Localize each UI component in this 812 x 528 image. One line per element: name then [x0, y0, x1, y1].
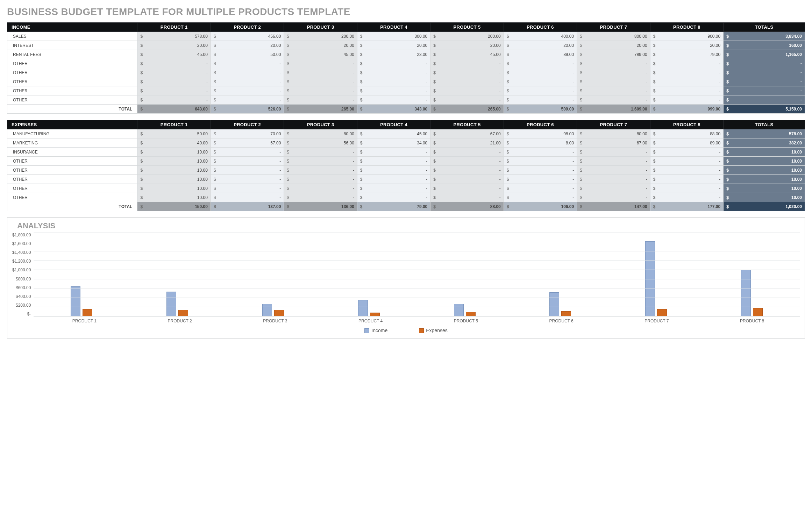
cell[interactable]: $- — [430, 193, 504, 202]
cell[interactable]: $- — [504, 148, 577, 157]
cell[interactable]: $- — [577, 193, 650, 202]
cell[interactable]: $45.00 — [430, 50, 504, 59]
cell[interactable]: $- — [504, 193, 577, 202]
cell[interactable]: $- — [284, 175, 357, 184]
cell[interactable]: $- — [357, 157, 430, 166]
cell[interactable]: $23.00 — [357, 50, 430, 59]
cell[interactable]: $578.00 — [137, 32, 211, 41]
cell[interactable]: $- — [650, 59, 723, 68]
cell[interactable]: $- — [430, 77, 504, 86]
cell[interactable]: $- — [357, 86, 430, 95]
cell[interactable]: $- — [430, 184, 504, 193]
cell[interactable]: $- — [504, 95, 577, 105]
cell[interactable]: $20.00 — [357, 41, 430, 50]
cell[interactable]: $- — [504, 68, 577, 77]
cell[interactable]: $- — [284, 148, 357, 157]
cell[interactable]: $89.00 — [650, 138, 723, 148]
cell[interactable]: $- — [577, 184, 650, 193]
cell[interactable]: $200.00 — [284, 32, 357, 41]
cell[interactable]: $10.00 — [137, 157, 211, 166]
cell[interactable]: $- — [137, 68, 211, 77]
cell[interactable]: $- — [284, 157, 357, 166]
cell[interactable]: $400.00 — [504, 32, 577, 41]
cell[interactable]: $56.00 — [284, 138, 357, 148]
cell[interactable]: $- — [284, 193, 357, 202]
cell[interactable]: $67.00 — [211, 138, 284, 148]
cell[interactable]: $- — [211, 157, 284, 166]
cell[interactable]: $- — [504, 166, 577, 175]
cell[interactable]: $20.00 — [211, 41, 284, 50]
cell[interactable]: $- — [211, 68, 284, 77]
cell[interactable]: $- — [430, 166, 504, 175]
cell[interactable]: $- — [650, 193, 723, 202]
cell[interactable]: $- — [650, 95, 723, 105]
cell[interactable]: $- — [504, 175, 577, 184]
cell[interactable]: $- — [357, 148, 430, 157]
cell[interactable]: $- — [284, 59, 357, 68]
cell[interactable]: $- — [650, 166, 723, 175]
cell[interactable]: $- — [284, 86, 357, 95]
cell[interactable]: $- — [650, 157, 723, 166]
cell[interactable]: $- — [357, 59, 430, 68]
cell[interactable]: $50.00 — [211, 50, 284, 59]
cell[interactable]: $- — [357, 184, 430, 193]
cell[interactable]: $- — [284, 68, 357, 77]
cell[interactable]: $- — [650, 184, 723, 193]
cell[interactable]: $- — [357, 77, 430, 86]
cell[interactable]: $80.00 — [577, 129, 650, 138]
cell[interactable]: $- — [504, 86, 577, 95]
cell[interactable]: $20.00 — [577, 41, 650, 50]
cell[interactable]: $- — [577, 148, 650, 157]
cell[interactable]: $800.00 — [577, 32, 650, 41]
cell[interactable]: $40.00 — [137, 138, 211, 148]
cell[interactable]: $456.00 — [211, 32, 284, 41]
cell[interactable]: $80.00 — [284, 129, 357, 138]
cell[interactable]: $- — [650, 68, 723, 77]
cell[interactable]: $50.00 — [137, 129, 211, 138]
cell[interactable]: $- — [284, 166, 357, 175]
cell[interactable]: $20.00 — [650, 41, 723, 50]
cell[interactable]: $- — [357, 95, 430, 105]
cell[interactable]: $- — [284, 184, 357, 193]
cell[interactable]: $20.00 — [137, 41, 211, 50]
cell[interactable]: $- — [430, 95, 504, 105]
cell[interactable]: $- — [211, 95, 284, 105]
cell[interactable]: $- — [430, 148, 504, 157]
cell[interactable]: $- — [357, 175, 430, 184]
cell[interactable]: $- — [211, 175, 284, 184]
cell[interactable]: $79.00 — [650, 50, 723, 59]
cell[interactable]: $- — [650, 175, 723, 184]
cell[interactable]: $- — [650, 148, 723, 157]
cell[interactable]: $- — [284, 95, 357, 105]
cell[interactable]: $- — [211, 184, 284, 193]
cell[interactable]: $34.00 — [357, 138, 430, 148]
cell[interactable]: $45.00 — [284, 50, 357, 59]
cell[interactable]: $20.00 — [430, 41, 504, 50]
cell[interactable]: $8.00 — [504, 138, 577, 148]
cell[interactable]: $- — [577, 166, 650, 175]
cell[interactable]: $- — [357, 68, 430, 77]
cell[interactable]: $- — [650, 86, 723, 95]
cell[interactable]: $- — [211, 193, 284, 202]
cell[interactable]: $- — [577, 68, 650, 77]
cell[interactable]: $67.00 — [430, 129, 504, 138]
cell[interactable]: $300.00 — [357, 32, 430, 41]
cell[interactable]: $- — [504, 184, 577, 193]
cell[interactable]: $- — [430, 175, 504, 184]
cell[interactable]: $70.00 — [211, 129, 284, 138]
cell[interactable]: $- — [504, 157, 577, 166]
cell[interactable]: $21.00 — [430, 138, 504, 148]
cell[interactable]: $- — [211, 166, 284, 175]
cell[interactable]: $10.00 — [137, 166, 211, 175]
cell[interactable]: $- — [137, 86, 211, 95]
cell[interactable]: $45.00 — [357, 129, 430, 138]
cell[interactable]: $- — [577, 175, 650, 184]
cell[interactable]: $20.00 — [284, 41, 357, 50]
cell[interactable]: $10.00 — [137, 148, 211, 157]
cell[interactable]: $- — [357, 193, 430, 202]
cell[interactable]: $- — [211, 59, 284, 68]
cell[interactable]: $- — [211, 77, 284, 86]
cell[interactable]: $- — [137, 77, 211, 86]
cell[interactable]: $- — [430, 157, 504, 166]
cell[interactable]: $88.00 — [650, 129, 723, 138]
